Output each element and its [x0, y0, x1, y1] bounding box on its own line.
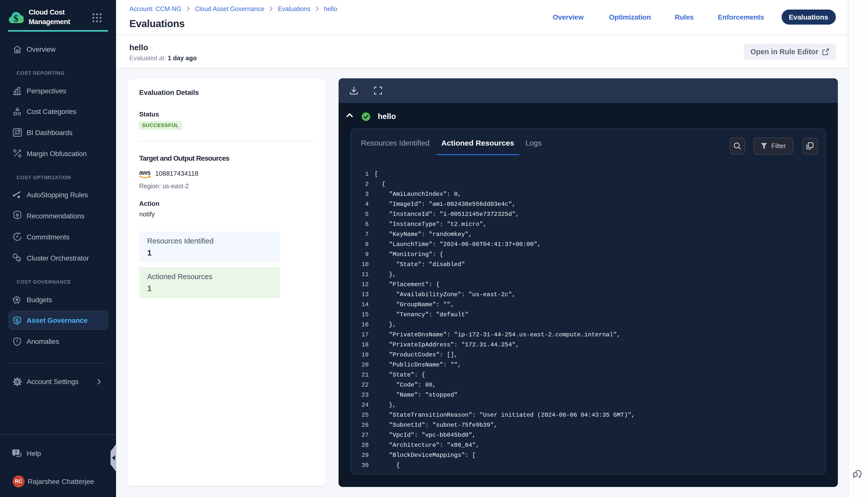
svg-text:?: ?: [15, 450, 17, 455]
svg-text:$: $: [14, 13, 18, 24]
svg-text:aws: aws: [139, 169, 151, 176]
